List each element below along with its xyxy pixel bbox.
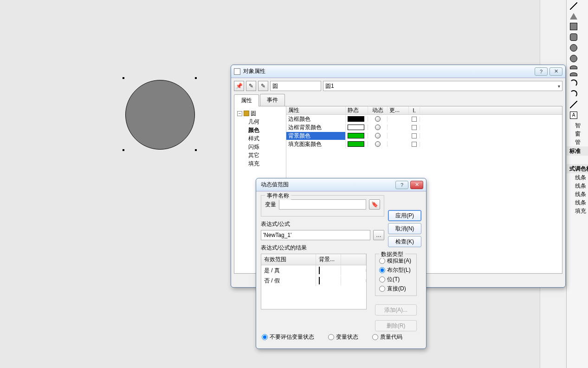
- table-row[interactable]: 边框颜色: [286, 115, 562, 123]
- palette-item[interactable]: 窗: [567, 130, 588, 138]
- expression-browse-button[interactable]: …: [373, 230, 384, 240]
- ellipse-tool-icon[interactable]: [570, 44, 577, 52]
- palette-item[interactable]: 线条: [567, 182, 588, 190]
- palette-section-header: 式调色板: [567, 164, 588, 173]
- polygon-tool-icon[interactable]: [570, 13, 577, 20]
- pipette2-button[interactable]: ✎: [258, 81, 268, 91]
- bulb-icon[interactable]: [375, 133, 381, 138]
- checkbox[interactable]: [412, 125, 417, 130]
- pin-button[interactable]: 📌: [234, 81, 244, 91]
- palette-item[interactable]: 智: [567, 121, 588, 130]
- radio-no-eval[interactable]: 不要评估变量状态: [262, 333, 314, 341]
- col-dynamic[interactable]: 动态: [368, 106, 388, 114]
- object-type-field[interactable]: [270, 81, 321, 91]
- radio-direct[interactable]: 直接(D): [379, 285, 414, 293]
- arc-tool-icon[interactable]: [570, 79, 577, 87]
- dialog-titlebar[interactable]: 动态值范围 ? ✕: [256, 178, 426, 191]
- col-property[interactable]: 属性: [286, 106, 346, 114]
- checkbox[interactable]: [412, 142, 417, 147]
- table-row[interactable]: 是 / 真: [261, 265, 366, 276]
- group-label: 事件名称: [265, 192, 291, 200]
- bulb-icon[interactable]: [375, 116, 381, 122]
- radio-bool[interactable]: 布尔型(L): [379, 266, 414, 274]
- folder-icon: [244, 111, 249, 116]
- collapse-icon[interactable]: −: [237, 111, 242, 116]
- color-swatch[interactable]: [348, 125, 364, 130]
- color-swatch[interactable]: [348, 141, 364, 147]
- shape-circle[interactable]: [125, 80, 195, 150]
- cancel-button[interactable]: 取消(N): [388, 223, 421, 234]
- rect-tool-icon[interactable]: [570, 23, 577, 30]
- radio-quality-code[interactable]: 质量代码: [372, 333, 402, 341]
- table-row[interactable]: 否 / 假: [261, 276, 366, 286]
- palette-item[interactable]: 线条: [567, 198, 588, 207]
- close-button[interactable]: ✕: [410, 181, 423, 189]
- group-label: 数据类型: [379, 250, 405, 258]
- selection-handle[interactable]: [123, 149, 124, 151]
- expression-field[interactable]: [261, 230, 370, 240]
- row-label: 否 / 假: [261, 276, 316, 286]
- tree-leaf-color[interactable]: 颜色: [235, 126, 285, 134]
- connector-tool-icon[interactable]: [570, 101, 577, 108]
- pie-tool-icon[interactable]: [570, 66, 577, 69]
- table-row[interactable]: 背景颜色: [286, 131, 562, 140]
- tab-events[interactable]: 事件: [260, 94, 285, 106]
- color-swatch[interactable]: [348, 116, 364, 122]
- checkbox[interactable]: [412, 133, 417, 138]
- help-button[interactable]: ?: [395, 181, 408, 189]
- palette-item[interactable]: 线条: [567, 190, 588, 198]
- dialog-titlebar[interactable]: 对象属性 ? ✕: [231, 65, 565, 78]
- col-bg[interactable]: 背景...: [316, 254, 341, 265]
- color-swatch[interactable]: [348, 133, 364, 138]
- dialog-title: 动态值范围: [259, 181, 394, 189]
- col-extra[interactable]: [341, 254, 366, 265]
- tag-browse-button[interactable]: 🔖: [369, 199, 380, 210]
- object-name-combo[interactable]: 圆1 ▾: [323, 81, 562, 91]
- bulb-icon[interactable]: [375, 141, 381, 147]
- palette-section-header: 标准: [567, 146, 588, 156]
- radio-var-status[interactable]: 变量状态: [328, 333, 358, 341]
- palette-item[interactable]: 管: [567, 138, 588, 146]
- close-button[interactable]: ✕: [549, 67, 562, 76]
- arc2-tool-icon[interactable]: [570, 90, 577, 98]
- dynamic-range-dialog: 动态值范围 ? ✕ 应用(P) 取消(N) 检查(K) 事件名称 变量 🔖 表达…: [256, 178, 426, 349]
- tree-leaf-style[interactable]: 样式: [235, 134, 285, 143]
- prop-name: 边框颜色: [286, 115, 346, 123]
- col-static[interactable]: 静态: [346, 106, 368, 114]
- col-range[interactable]: 有效范围: [261, 254, 316, 265]
- circle-tool-icon[interactable]: [570, 55, 577, 62]
- col-more[interactable]: 更...: [388, 106, 409, 114]
- tree-leaf-blink[interactable]: 闪烁: [235, 143, 285, 151]
- bulb-icon[interactable]: [375, 125, 381, 130]
- help-button[interactable]: ?: [535, 67, 548, 76]
- roundrect-tool-icon[interactable]: [570, 33, 577, 41]
- pipette1-button[interactable]: ✎: [246, 81, 256, 91]
- radio-bit[interactable]: 位(T): [379, 276, 414, 283]
- chevron-down-icon: ▾: [558, 84, 560, 89]
- selection-handle[interactable]: [195, 149, 197, 151]
- table-row[interactable]: 边框背景颜色: [286, 123, 562, 131]
- tree-leaf-fill[interactable]: 填充: [235, 159, 285, 168]
- chord-tool-icon[interactable]: [570, 72, 577, 76]
- tree-leaf-geometry[interactable]: 几何: [235, 118, 285, 126]
- checkbox[interactable]: [412, 117, 417, 122]
- tree-leaf-other[interactable]: 其它: [235, 151, 285, 159]
- apply-button[interactable]: 应用(P): [388, 210, 421, 221]
- result-table: 有效范围 背景... 是 / 真 否 / 假: [261, 254, 367, 309]
- line-tool-icon[interactable]: [570, 2, 577, 10]
- table-row[interactable]: 填充图案颜色: [286, 140, 562, 148]
- object-name-value: 圆1: [325, 82, 334, 90]
- selection-handle[interactable]: [123, 77, 124, 79]
- dialog-title: 对象属性: [243, 67, 533, 75]
- check-button[interactable]: 检查(K): [388, 236, 421, 247]
- col-indirect[interactable]: I.: [409, 107, 420, 114]
- tab-attributes[interactable]: 属性: [234, 94, 259, 106]
- color-swatch[interactable]: [319, 277, 320, 284]
- variable-field[interactable]: [279, 199, 366, 210]
- palette-item[interactable]: 线条: [567, 173, 588, 182]
- variable-label: 变量: [265, 201, 276, 209]
- palette-item[interactable]: 填充: [567, 207, 588, 215]
- color-swatch[interactable]: [319, 267, 320, 274]
- selection-handle[interactable]: [195, 77, 197, 79]
- text-tool-icon[interactable]: A: [570, 112, 577, 119]
